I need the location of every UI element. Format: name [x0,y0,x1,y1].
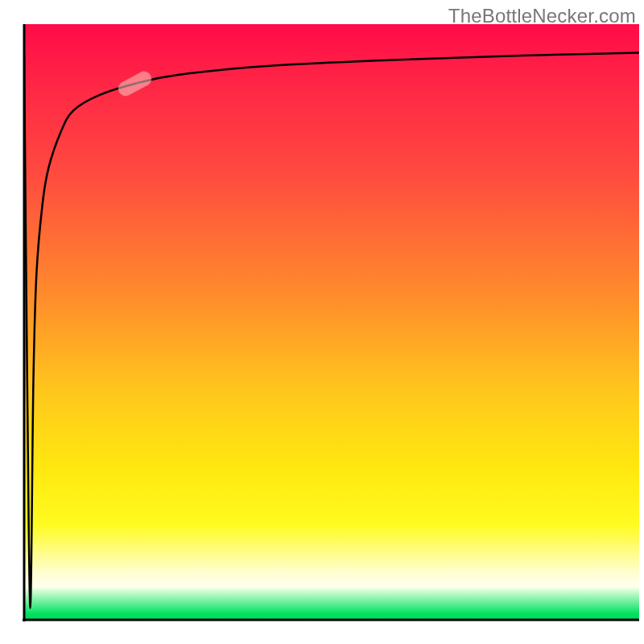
plot-gradient-area [24,24,639,620]
chart-container: TheBottleNecker.com [0,0,644,644]
watermark-label: TheBottleNecker.com [448,5,636,27]
